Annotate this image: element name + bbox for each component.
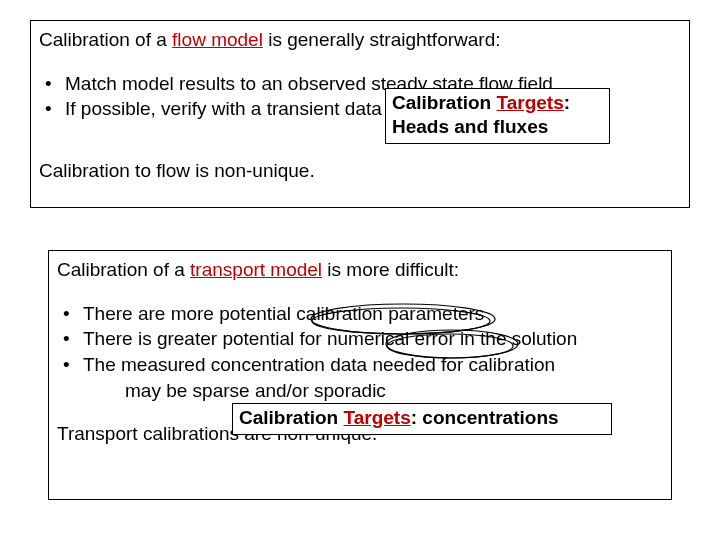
transport-targets-plain: Calibration [239,407,344,428]
transport-intro-post: is more difficult: [322,259,459,280]
flow-targets-colon: : [564,92,570,113]
transport-targets-tail: concentrations [417,407,558,428]
flow-targets-word: Targets [497,92,564,113]
transport-intro: Calibration of a transport model is more… [57,257,663,283]
flow-intro-highlight: flow model [172,29,263,50]
flow-intro: Calibration of a flow model is generally… [39,27,681,53]
transport-intro-pre: Calibration of a [57,259,190,280]
transport-bullet-3: The measured concentration data needed f… [57,352,663,378]
flow-intro-post: is generally straightforward: [263,29,501,50]
flow-targets-line1: Calibration Targets: [392,91,603,115]
transport-targets-word: Targets [344,407,411,428]
flow-targets-callout: Calibration Targets: Heads and fluxes [385,88,610,144]
transport-bullets: There are more potential calibration par… [57,301,663,378]
transport-bullet-3-cont: may be sparse and/or sporadic [57,378,663,404]
transport-bullet-1: There are more potential calibration par… [57,301,663,327]
flow-closing: Calibration to flow is non-unique. [39,158,681,184]
transport-bullet-2: There is greater potential for numerical… [57,326,663,352]
transport-targets-callout: Calibration Targets: concentrations [232,403,612,435]
flow-intro-pre: Calibration of a [39,29,172,50]
flow-targets-line2: Heads and fluxes [392,115,603,139]
flow-targets-plain: Calibration [392,92,497,113]
transport-model-box: Calibration of a transport model is more… [48,250,672,500]
transport-intro-highlight: transport model [190,259,322,280]
